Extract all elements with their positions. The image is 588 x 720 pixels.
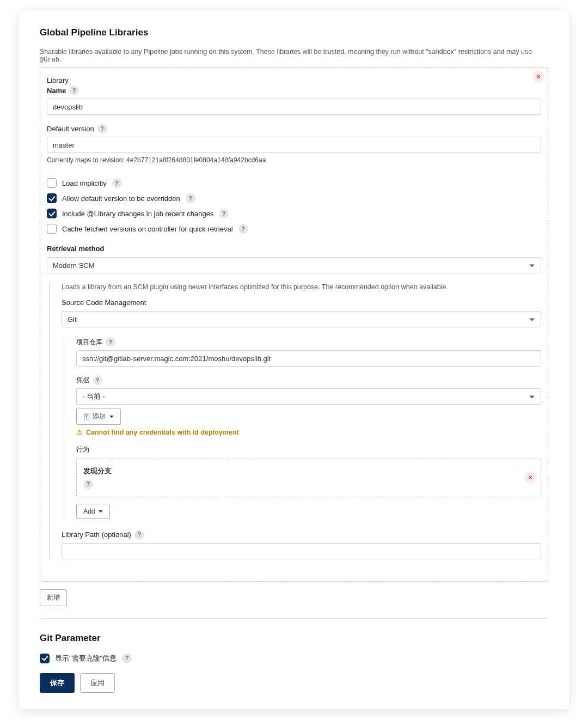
checkbox-cache-fetched[interactable]: Cache fetched versions on controller for… bbox=[47, 224, 541, 234]
library-panel: ✕ Library Name ? Default version ? Curre… bbox=[40, 67, 548, 582]
checkbox-box[interactable] bbox=[47, 224, 57, 234]
help-icon[interactable]: ? bbox=[69, 86, 79, 95]
save-button[interactable]: 保存 bbox=[40, 673, 75, 693]
page-description: Sharable libraries available to any Pipe… bbox=[40, 48, 548, 64]
divider bbox=[40, 618, 548, 619]
help-icon[interactable]: ? bbox=[238, 224, 248, 234]
library-name-input[interactable] bbox=[47, 99, 541, 115]
help-icon[interactable]: ? bbox=[93, 375, 102, 385]
scm-label: Source Code Management bbox=[62, 298, 146, 307]
checkbox-box[interactable] bbox=[47, 178, 57, 188]
retrieval-method-select[interactable]: Modern SCM bbox=[47, 257, 541, 273]
credentials-label-row: 凭据 ? bbox=[76, 375, 541, 385]
retrieval-description: Loads a library from an SCM plugin using… bbox=[62, 283, 541, 291]
close-icon: ✕ bbox=[528, 474, 533, 481]
repo-label: 项目仓库 bbox=[76, 338, 102, 347]
credentials-label: 凭据 bbox=[76, 376, 89, 385]
add-library-button[interactable]: 新增 bbox=[40, 589, 67, 606]
remove-behavior-button[interactable]: ✕ bbox=[524, 472, 536, 484]
credentials-select[interactable]: - 当前 - bbox=[76, 388, 541, 405]
revision-hash: 4e2b77121a8f264d801fe0804a148fa942bcd6aa bbox=[126, 156, 266, 164]
checkbox-box[interactable] bbox=[47, 209, 57, 218]
checkbox-label: 显示"需要克隆"信息 bbox=[55, 654, 117, 663]
help-icon[interactable]: ? bbox=[83, 479, 93, 489]
apply-button[interactable]: 应用 bbox=[80, 673, 115, 693]
add-behavior-button[interactable]: Add bbox=[76, 504, 110, 519]
repo-label-row: 项目仓库 ? bbox=[76, 337, 541, 347]
repo-url-input[interactable] bbox=[76, 350, 541, 367]
library-path-label-row: Library Path (optional) ? bbox=[62, 530, 541, 540]
behavior-item-panel: ✕ 发现分支 ? bbox=[76, 459, 541, 497]
close-icon: ✕ bbox=[536, 73, 541, 81]
behavior-item-title: 发现分支 bbox=[83, 467, 534, 476]
revision-line: Currently maps to revision: 4e2b77121a8f… bbox=[47, 156, 541, 164]
retrieval-method-label: Retrieval method bbox=[47, 245, 541, 253]
name-label: Name bbox=[47, 87, 66, 95]
default-version-label: Default version bbox=[47, 125, 94, 133]
name-label-row: Name ? bbox=[47, 86, 541, 95]
checkbox-box[interactable] bbox=[40, 654, 50, 663]
page-title: Global Pipeline Libraries bbox=[40, 27, 548, 38]
chevron-down-icon bbox=[109, 416, 114, 418]
checkbox-label: Allow default version to be overridden bbox=[62, 194, 180, 203]
add-credentials-label: 添加 bbox=[93, 412, 106, 421]
checkbox-box[interactable] bbox=[47, 193, 57, 203]
key-icon: ⚿ bbox=[83, 413, 90, 420]
checkbox-label: Load implicitly bbox=[62, 179, 107, 187]
checkbox-label: Include @Library changes in job recent c… bbox=[62, 210, 213, 218]
desc-suffix: . bbox=[59, 56, 61, 63]
checkbox-show-clone[interactable]: 显示"需要克隆"信息 ? bbox=[40, 654, 548, 663]
add-credentials-button[interactable]: ⚿ 添加 bbox=[76, 408, 121, 425]
warning-icon: ⚠ bbox=[76, 428, 83, 436]
behavior-label: 行为 bbox=[76, 445, 541, 454]
help-icon[interactable]: ? bbox=[106, 337, 115, 347]
library-path-label: Library Path (optional) bbox=[62, 530, 131, 539]
checkbox-load-implicitly[interactable]: Load implicitly ? bbox=[47, 178, 541, 188]
checkbox-allow-override[interactable]: Allow default version to be overridden ? bbox=[47, 193, 541, 203]
help-icon[interactable]: ? bbox=[97, 124, 107, 133]
add-behavior-label: Add bbox=[83, 508, 95, 515]
credentials-warning: ⚠ Cannot find any credentials with id de… bbox=[76, 428, 541, 436]
chevron-down-icon bbox=[99, 510, 103, 512]
checkbox-include-changes[interactable]: Include @Library changes in job recent c… bbox=[47, 209, 541, 218]
credentials-warning-text: Cannot find any credentials with id depl… bbox=[86, 429, 239, 436]
help-icon[interactable]: ? bbox=[134, 530, 144, 540]
library-section-label: Library bbox=[47, 76, 541, 84]
default-version-label-row: Default version ? bbox=[47, 124, 541, 133]
help-icon[interactable]: ? bbox=[112, 178, 122, 188]
desc-code: @Grab bbox=[40, 56, 59, 64]
help-icon[interactable]: ? bbox=[186, 193, 195, 203]
help-icon[interactable]: ? bbox=[219, 209, 229, 218]
default-version-input[interactable] bbox=[47, 137, 541, 153]
help-icon[interactable]: ? bbox=[122, 654, 132, 663]
remove-library-button[interactable]: ✕ bbox=[532, 71, 544, 83]
revision-prefix: Currently maps to revision: bbox=[47, 156, 126, 164]
scm-select[interactable]: Git bbox=[62, 311, 541, 327]
library-path-input[interactable] bbox=[62, 543, 541, 559]
git-parameter-title: Git Parameter bbox=[40, 633, 548, 644]
desc-prefix: Sharable libraries available to any Pipe… bbox=[40, 48, 532, 56]
checkbox-label: Cache fetched versions on controller for… bbox=[62, 225, 233, 233]
